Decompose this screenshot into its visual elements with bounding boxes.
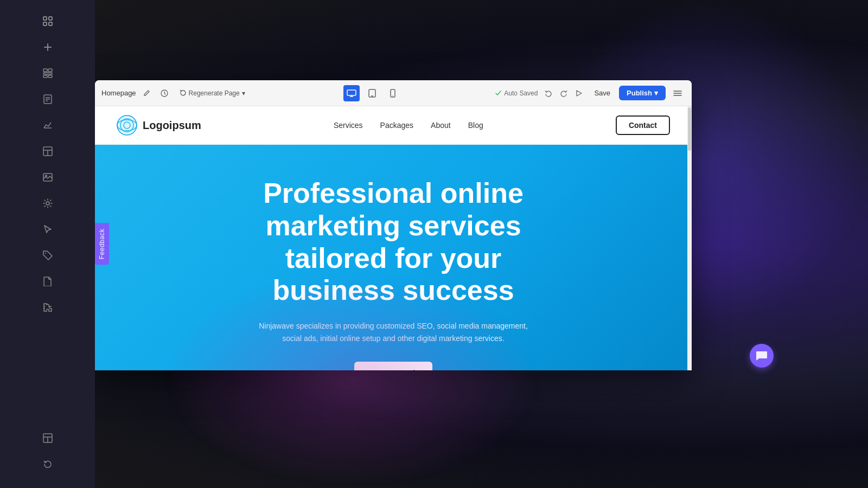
tag-icon[interactable]	[37, 245, 59, 266]
contact-button[interactable]: Contact	[616, 115, 670, 135]
toolbar-center	[254, 85, 491, 101]
settings-icon[interactable]	[37, 192, 59, 214]
svg-rect-6	[43, 69, 47, 72]
svg-rect-27	[347, 90, 356, 95]
svg-point-33	[392, 95, 393, 97]
chart-icon[interactable]	[37, 114, 59, 136]
hero-subtitle: Ninjawave specializes in providing custo…	[258, 320, 529, 344]
undo-button[interactable]	[542, 87, 555, 100]
sidebar	[0, 0, 95, 488]
help-icon[interactable]	[37, 427, 59, 449]
svg-rect-10	[48, 75, 52, 78]
desktop-device-button[interactable]	[343, 85, 360, 101]
toolbar-left: Homepage Regenerate Page ▾	[101, 87, 250, 100]
site-nav-links: Services Packages About Blog	[334, 121, 483, 130]
nav-packages[interactable]: Packages	[380, 121, 413, 130]
svg-rect-7	[48, 69, 52, 72]
auto-saved-indicator: Auto Saved	[495, 89, 538, 97]
undo-redo-group	[542, 87, 585, 100]
site-logo: Logoipsum	[117, 115, 201, 136]
save-button[interactable]: Save	[590, 87, 615, 99]
svg-point-21	[46, 202, 49, 205]
svg-rect-9	[43, 75, 47, 78]
nav-services[interactable]: Services	[334, 121, 363, 130]
svg-rect-1	[49, 17, 52, 20]
mobile-device-button[interactable]	[385, 85, 401, 101]
hero-title: Professional online marketing services t…	[225, 177, 561, 307]
publish-button[interactable]: Publish ▾	[619, 86, 666, 100]
layout-icon[interactable]	[37, 140, 59, 162]
feedback-tab[interactable]: Feedback	[95, 223, 109, 265]
regenerate-button[interactable]: Regenerate Page ▾	[175, 87, 250, 99]
add-section-icon[interactable]	[37, 36, 59, 58]
svg-marker-34	[577, 91, 582, 96]
get-started-button[interactable]: Get Started	[354, 362, 433, 370]
clock-icon[interactable]	[158, 87, 171, 100]
tablet-device-button[interactable]	[364, 85, 380, 101]
blocks-icon[interactable]	[37, 62, 59, 84]
hero-section: Professional online marketing services t…	[95, 145, 692, 370]
svg-rect-2	[43, 22, 47, 25]
svg-point-22	[45, 253, 46, 254]
document-icon[interactable]	[37, 271, 59, 292]
browser-scrollbar[interactable]	[687, 106, 692, 370]
svg-rect-0	[43, 17, 47, 20]
logo-icon	[117, 115, 137, 136]
site-navbar: Logoipsum Services Packages About Blog C…	[95, 106, 692, 145]
svg-rect-3	[49, 22, 52, 25]
browser-toolbar: Homepage Regenerate Page ▾	[95, 80, 692, 106]
tab-label[interactable]: Homepage	[101, 89, 136, 97]
menu-button[interactable]	[670, 86, 685, 101]
image-icon[interactable]	[37, 166, 59, 188]
logo-text: Logoipsum	[143, 119, 201, 132]
website-content: Logoipsum Services Packages About Blog C…	[95, 106, 692, 370]
browser-window: Homepage Regenerate Page ▾	[95, 80, 692, 370]
svg-rect-8	[43, 73, 52, 74]
scrollbar-thumb	[688, 107, 691, 151]
chat-bubble-button[interactable]	[750, 344, 774, 368]
grid-icon[interactable]	[37, 10, 59, 32]
toolbar-right: Auto Saved	[495, 86, 685, 101]
history-icon[interactable]	[37, 453, 59, 475]
page-icon[interactable]	[37, 88, 59, 110]
edit-icon[interactable]	[141, 87, 154, 100]
nav-blog[interactable]: Blog	[468, 121, 483, 130]
nav-about[interactable]: About	[431, 121, 451, 130]
cursor-icon[interactable]	[37, 219, 59, 240]
preview-button[interactable]	[572, 87, 585, 100]
puzzle-icon[interactable]	[37, 297, 59, 318]
redo-button[interactable]	[557, 87, 570, 100]
